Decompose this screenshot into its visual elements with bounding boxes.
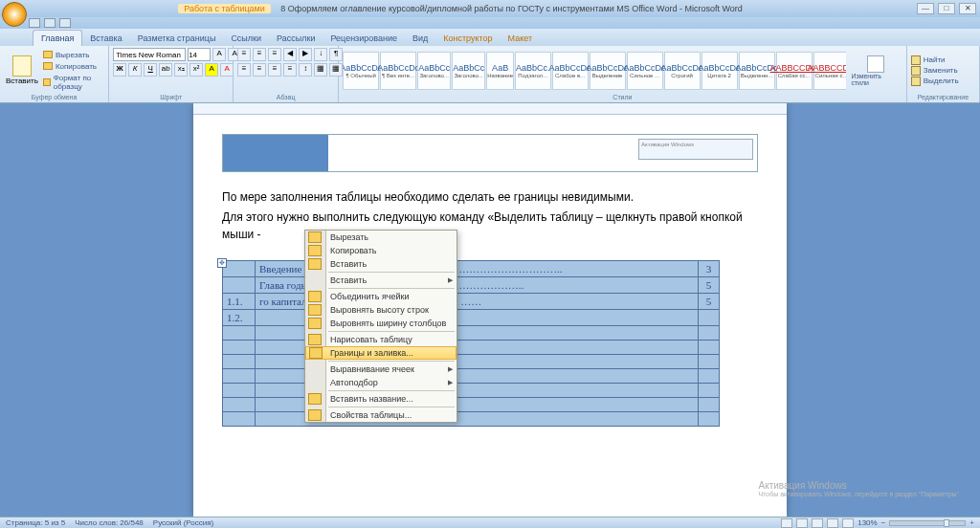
tab-mailings[interactable]: Рассылки [269, 31, 323, 46]
table-row[interactable]: 1.1. го капитала и его роль в жизни пред… [223, 294, 720, 310]
underline-button[interactable]: Ч [144, 63, 157, 77]
strike-button[interactable]: ab [159, 63, 172, 77]
subscript-button[interactable]: x₂ [174, 63, 188, 77]
tab-page-layout[interactable]: Разметка страницы [130, 31, 224, 46]
zoom-out-button[interactable]: − [881, 518, 886, 527]
style-6[interactable]: AaBbCcDcСлабое в... [552, 52, 589, 90]
restore-button[interactable]: □ [938, 3, 955, 14]
numbering-button[interactable]: ≡ [253, 48, 266, 61]
sort-button[interactable]: ↓ [314, 48, 327, 61]
zoom-in-button[interactable]: + [969, 518, 974, 527]
tab-review[interactable]: Рецензирование [323, 31, 405, 46]
tab-layout[interactable]: Макет [501, 31, 540, 46]
zoom-level[interactable]: 130% [858, 518, 877, 527]
paste-button[interactable]: Вставить [4, 54, 40, 87]
font-size-select[interactable] [188, 48, 211, 61]
cm-paste[interactable]: Вставить [305, 257, 457, 271]
multilevel-button[interactable]: ≡ [268, 48, 281, 61]
view-outline-button[interactable] [827, 518, 838, 528]
view-draft-button[interactable] [842, 518, 854, 528]
status-words[interactable]: Число слов: 26/548 [75, 518, 144, 527]
view-web-button[interactable] [812, 518, 823, 528]
tab-insert[interactable]: Вставка [82, 31, 129, 46]
style-gallery[interactable]: AaBbCcDc¶ ОбычныйAaBbCcDc¶ Без инте...Aa… [343, 52, 846, 90]
toc-table[interactable]: Введение ………………………………………………………………..3Глав… [222, 260, 720, 427]
table-move-handle[interactable]: ✥ [217, 258, 227, 268]
cm-cell-align[interactable]: Выравнивание ячеек▶ [305, 363, 457, 376]
grow-font-button[interactable]: A [212, 48, 226, 61]
close-button[interactable]: ✕ [959, 3, 976, 14]
tab-references[interactable]: Ссылки [223, 31, 269, 46]
table-row[interactable] [223, 398, 720, 412]
zoom-slider[interactable] [889, 520, 966, 526]
change-styles-button[interactable]: Изменить стили [848, 55, 902, 86]
cm-merge-cells[interactable]: Объединить ячейки [305, 290, 457, 303]
cm-table-properties[interactable]: Свойства таблицы... [305, 408, 457, 422]
view-full-screen-button[interactable] [796, 518, 808, 528]
status-language[interactable]: Русский (Россия) [153, 518, 213, 527]
align-right-button[interactable]: ≡ [268, 63, 281, 77]
align-left-button[interactable]: ≡ [237, 63, 251, 77]
cm-autofit[interactable]: Автоподбор▶ [305, 376, 457, 389]
bullets-button[interactable]: ≡ [237, 48, 251, 61]
find-button[interactable]: Найти [911, 55, 959, 65]
style-8[interactable]: AaBbCcDcСильное ... [627, 52, 663, 90]
copy-button[interactable]: Копировать [42, 61, 104, 72]
style-2[interactable]: AaBbCcЗаголово... [417, 52, 451, 90]
table-row[interactable] [223, 355, 720, 369]
table-row[interactable] [223, 326, 720, 341]
style-5[interactable]: AaBbCc.Подзагол... [515, 52, 551, 90]
align-center-button[interactable]: ≡ [253, 63, 266, 77]
select-button[interactable]: Выделить [911, 77, 959, 86]
line-spacing-button[interactable]: ↕ [299, 63, 312, 77]
office-button[interactable] [2, 2, 27, 27]
shading-button[interactable]: ▦ [314, 63, 327, 77]
cut-button[interactable]: Вырезать [42, 50, 104, 60]
qat-save-icon[interactable] [29, 18, 40, 28]
justify-button[interactable]: ≡ [283, 63, 297, 77]
highlight-button[interactable]: A [205, 63, 218, 77]
view-print-layout-button[interactable] [781, 518, 792, 528]
tab-design[interactable]: Конструктор [435, 31, 500, 46]
table-row[interactable]: Введение ………………………………………………………………..3 [223, 261, 720, 277]
horizontal-ruler[interactable] [193, 103, 787, 115]
font-name-select[interactable] [113, 48, 186, 61]
table-row[interactable]: Глава годы анализа оборотного капитала …… [223, 277, 720, 294]
tab-home[interactable]: Главная [33, 30, 82, 46]
minimize-button[interactable]: — [917, 3, 934, 14]
document-workspace[interactable]: Активация Windows По мере заполнения таб… [0, 103, 980, 517]
table-row[interactable] [223, 412, 720, 427]
bold-button[interactable]: Ж [113, 63, 126, 77]
style-4[interactable]: АаВНазвание [486, 52, 514, 90]
style-1[interactable]: AaBbCcDc¶ Без инте... [380, 52, 416, 90]
qat-redo-icon[interactable] [59, 18, 71, 28]
table-row[interactable]: 1.2. [223, 310, 720, 326]
cm-insert-caption[interactable]: Вставить название... [305, 392, 457, 406]
style-7[interactable]: AaBbCcDcВыделение [590, 52, 626, 90]
cm-cut[interactable]: Вырезать [305, 231, 457, 244]
table-row[interactable] [223, 384, 720, 398]
style-13[interactable]: AABBCCDCСильная с... [813, 52, 847, 90]
table-row[interactable] [223, 341, 720, 355]
superscript-button[interactable]: x² [189, 63, 203, 77]
table-row[interactable] [223, 369, 720, 384]
cm-draw-table[interactable]: Нарисовать таблицу [305, 333, 457, 346]
increase-indent-button[interactable]: ▶ [299, 48, 312, 61]
qat-undo-icon[interactable] [44, 18, 56, 28]
cm-col-width[interactable]: Выровнять ширину столбцов [305, 317, 457, 330]
cm-copy[interactable]: Копировать [305, 244, 457, 257]
decrease-indent-button[interactable]: ◀ [283, 48, 297, 61]
style-10[interactable]: AaBbCcDcЦитата 2 [702, 52, 738, 90]
style-3[interactable]: AaBbCcЗаголово... [452, 52, 485, 90]
status-page[interactable]: Страница: 5 из 5 [6, 518, 65, 527]
cm-row-height[interactable]: Выровнять высоту строк [305, 303, 457, 317]
format-painter-button[interactable]: Формат по образцу [42, 73, 104, 92]
replace-button[interactable]: Заменить [911, 66, 959, 76]
cm-insert[interactable]: Вставить▶ [305, 274, 457, 287]
style-0[interactable]: AaBbCcDc¶ Обычный [343, 52, 379, 90]
italic-button[interactable]: К [128, 63, 142, 77]
tab-view[interactable]: Вид [405, 31, 435, 46]
cm-borders-shading[interactable]: Границы и заливка... [305, 346, 457, 360]
font-color-button[interactable]: A [220, 63, 234, 77]
style-9[interactable]: AaBbCcDcСтрогий [664, 52, 701, 90]
